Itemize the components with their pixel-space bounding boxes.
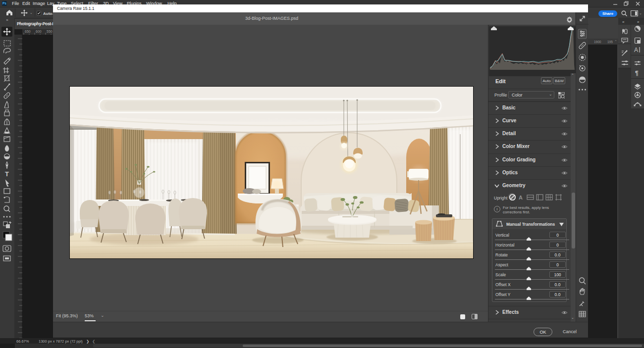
svg-text:¶: ¶ [635, 70, 639, 77]
svg-text:T: T [5, 170, 9, 178]
svg-text:A: A [634, 47, 638, 53]
